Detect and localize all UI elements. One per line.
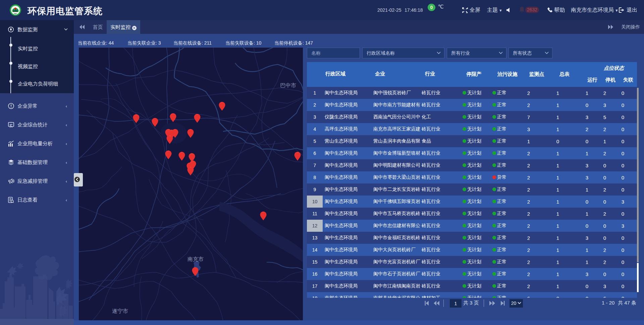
svg-text:遂宁市: 遂宁市 xyxy=(112,308,128,314)
svg-text:南充市: 南充市 xyxy=(187,256,204,262)
svg-text:巴中市: 巴中市 xyxy=(280,83,296,88)
